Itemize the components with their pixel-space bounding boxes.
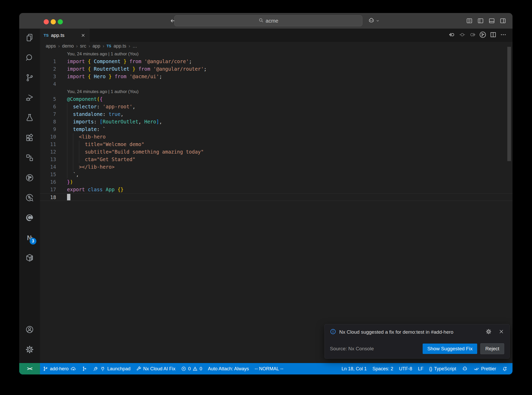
- code-line-content[interactable]: imports: [RouterOutlet, Hero],: [67, 118, 513, 126]
- testing-icon[interactable]: [23, 111, 36, 124]
- code-line-content[interactable]: ></lib-hero>: [67, 163, 513, 171]
- error-icon: [181, 366, 186, 371]
- vim-mode-label: -- NORMAL --: [255, 366, 283, 372]
- toggle-secondary-sidebar-icon[interactable]: [500, 17, 506, 24]
- more-actions-icon[interactable]: [500, 31, 507, 39]
- line-number: 1: [40, 58, 67, 65]
- code-line-content[interactable]: subtitle="Build something amazing today": [67, 148, 513, 156]
- breadcrumb-item[interactable]: src: [80, 43, 86, 49]
- tab-app-ts[interactable]: TS app.ts: [40, 29, 89, 42]
- minimize-traffic-icon[interactable]: [51, 19, 56, 24]
- code-line-content[interactable]: selector: 'app-root',: [67, 103, 513, 110]
- line-number: 7: [40, 110, 67, 118]
- status-launchpad[interactable]: Launchpad: [90, 363, 133, 374]
- status-copilot[interactable]: [459, 363, 471, 374]
- indent-guide: [79, 148, 79, 156]
- code-line-content[interactable]: @Component({: [67, 95, 513, 103]
- settings-gear-icon[interactable]: [23, 343, 36, 356]
- search-icon[interactable]: [23, 51, 36, 64]
- code-line: 3import { Hero } from '@acme/ui';: [40, 73, 513, 80]
- customize-layout-icon[interactable]: [466, 17, 473, 24]
- extensions-icon[interactable]: [23, 131, 36, 144]
- code-line-content[interactable]: import { Hero } from '@acme/ui';: [67, 73, 513, 80]
- notification-source: Source: Nx Console: [330, 346, 423, 352]
- close-traffic-icon[interactable]: [44, 19, 49, 24]
- remote-indicator[interactable]: ><: [19, 363, 40, 374]
- nx-badge: 3: [30, 238, 36, 245]
- code-line-content[interactable]: import { RouterOutlet } from '@angular/r…: [67, 65, 513, 73]
- code-line-content[interactable]: export class App {}: [67, 186, 513, 193]
- breadcrumb-item[interactable]: …: [132, 43, 137, 49]
- status-encoding[interactable]: UTF-8: [396, 363, 415, 374]
- breadcrumb-item[interactable]: apps: [46, 43, 56, 49]
- zoom-traffic-icon[interactable]: [58, 19, 63, 24]
- command-center-search[interactable]: acme: [174, 15, 362, 26]
- code-line-content[interactable]: [67, 80, 513, 88]
- toggle-primary-sidebar-icon[interactable]: [477, 17, 484, 24]
- edge-devtools-icon[interactable]: [23, 212, 36, 224]
- braces-icon: {}: [429, 366, 432, 372]
- run-debug-icon[interactable]: [23, 91, 36, 104]
- status-git-graph[interactable]: [79, 363, 90, 374]
- line-number: 14: [40, 163, 67, 171]
- status-nx-cloud-fix[interactable]: Nx Cloud AI Fix: [133, 363, 178, 374]
- close-icon[interactable]: [498, 329, 504, 335]
- linked-squares-icon[interactable]: [23, 152, 36, 164]
- code-line-content[interactable]: standalone: true,: [67, 110, 513, 118]
- split-editor-icon[interactable]: [490, 31, 497, 39]
- breadcrumb-item[interactable]: app.ts: [114, 43, 126, 49]
- wrench-icon: [136, 366, 141, 371]
- source-control-icon[interactable]: [23, 71, 36, 84]
- code-line-content[interactable]: [67, 194, 513, 201]
- indent-guide: [67, 103, 67, 110]
- gitlens-inspect-icon[interactable]: [23, 192, 36, 204]
- container-tools-icon[interactable]: [23, 252, 36, 264]
- status-vim-mode[interactable]: -- NORMAL --: [252, 363, 286, 374]
- tab-bar: TS app.ts: [40, 29, 513, 42]
- status-notifications[interactable]: [499, 363, 510, 374]
- commit-graph-icon[interactable]: [479, 31, 487, 40]
- close-icon[interactable]: [81, 33, 85, 38]
- git-blame-codelens[interactable]: You, 24 minutes ago | 1 author (You): [40, 50, 513, 58]
- search-icon: [258, 18, 264, 24]
- status-line-col[interactable]: Ln 18, Col 1: [339, 363, 370, 374]
- status-prettier[interactable]: Prettier: [471, 363, 499, 374]
- explorer-icon[interactable]: [23, 31, 36, 44]
- nx-console-icon[interactable]: N› 3: [23, 232, 36, 244]
- branch-name: add-hero: [50, 366, 69, 372]
- breadcrumb-item[interactable]: app: [92, 43, 100, 49]
- gear-icon[interactable]: [486, 328, 492, 336]
- editor-scrollbar[interactable]: [507, 47, 511, 161]
- status-auto-attach[interactable]: Auto Attach: Always: [205, 363, 252, 374]
- code-line-content[interactable]: <lib-hero: [67, 133, 513, 141]
- auto-attach-label: Auto Attach: Always: [208, 366, 249, 372]
- code-line-content[interactable]: `,: [67, 171, 513, 178]
- code-line-content[interactable]: title="Welcmoe demo": [67, 141, 513, 148]
- copilot-menu[interactable]: [368, 17, 380, 25]
- breadcrumb-item[interactable]: demo: [62, 43, 74, 49]
- code-line-content[interactable]: }): [67, 178, 513, 186]
- gitlens-icon[interactable]: [23, 172, 36, 184]
- show-suggested-fix-button[interactable]: Show Suggested Fix: [423, 344, 477, 354]
- status-eol[interactable]: LF: [415, 363, 426, 374]
- notification-toast: Nx Cloud suggested a fix for demo:test i…: [324, 324, 510, 359]
- nav-back-change-icon[interactable]: [449, 31, 456, 39]
- line-number: 11: [40, 141, 67, 148]
- toggle-panel-icon[interactable]: [488, 17, 495, 24]
- nav-forward-change-icon[interactable]: [469, 31, 476, 39]
- code-line-content[interactable]: cta="Get Started": [67, 156, 513, 163]
- typescript-file-icon: TS: [107, 44, 111, 48]
- reject-button[interactable]: Reject: [480, 343, 504, 354]
- account-icon[interactable]: [23, 323, 36, 336]
- status-branch[interactable]: add-hero: [40, 363, 79, 374]
- chevron-down-icon: [376, 19, 380, 24]
- code-line-content[interactable]: template: `: [67, 126, 513, 133]
- current-change-icon[interactable]: [459, 31, 466, 39]
- indent-guide: [67, 133, 67, 141]
- status-problems[interactable]: 0 0: [178, 363, 205, 374]
- status-indentation[interactable]: Spaces: 2: [370, 363, 396, 374]
- git-blame-codelens[interactable]: You, 24 minutes ago | 1 author (You): [40, 88, 513, 95]
- search-text: acme: [266, 18, 278, 24]
- code-line-content[interactable]: import { Component } from '@angular/core…: [67, 58, 513, 65]
- status-language[interactable]: {} TypeScript: [426, 363, 459, 374]
